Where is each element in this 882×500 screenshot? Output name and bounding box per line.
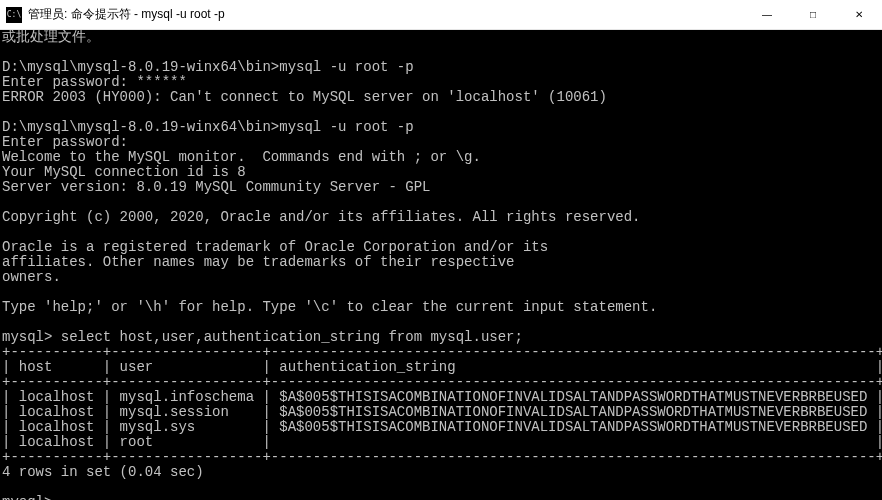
window-controls: — □ ✕ bbox=[744, 0, 882, 29]
window-title: 管理员: 命令提示符 - mysql -u root -p bbox=[28, 6, 744, 23]
maximize-button[interactable]: □ bbox=[790, 0, 836, 29]
minimize-button[interactable]: — bbox=[744, 0, 790, 29]
terminal-output[interactable]: 或批处理文件。 D:\mysql\mysql-8.0.19-winx64\bin… bbox=[0, 30, 882, 500]
window-titlebar: C:\ 管理员: 命令提示符 - mysql -u root -p — □ ✕ bbox=[0, 0, 882, 30]
close-button[interactable]: ✕ bbox=[836, 0, 882, 29]
cmd-icon: C:\ bbox=[6, 7, 22, 23]
